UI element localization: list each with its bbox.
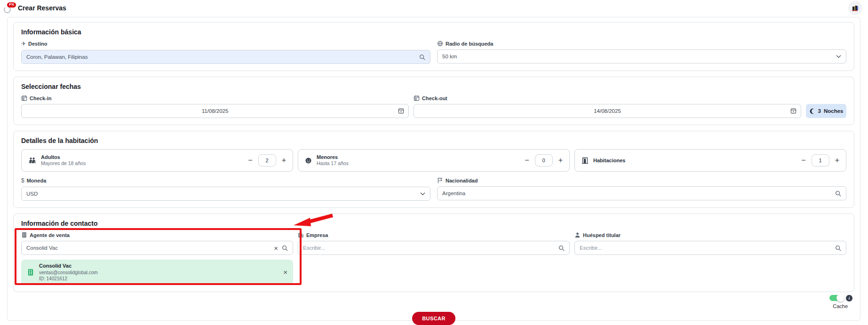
moon-icon [809, 108, 815, 114]
company-label-row: Empresa [298, 232, 570, 238]
building-icon [21, 232, 27, 238]
sales-agent-label: Agente de venta [30, 232, 70, 238]
radius-label-row: Radio de búsqueda [437, 40, 846, 47]
minors-label: Menores [317, 154, 349, 160]
selected-agent-id: ID: 14021612 [39, 276, 279, 282]
currency-value: USD [26, 191, 38, 197]
checkout-date-input[interactable]: 14/08/2025 [414, 104, 801, 118]
adults-count[interactable]: 2 [258, 154, 276, 166]
destination-input[interactable] [26, 54, 415, 60]
reservation-form-card: Información básica ✈ Destino [7, 17, 860, 321]
cache-control: i Cache [13, 295, 854, 309]
checkin-date-input[interactable]: 11/08/2025 [21, 104, 409, 118]
px-badge: PX [7, 2, 16, 8]
nights-label: Noches [824, 108, 844, 114]
cache-toggle[interactable] [829, 295, 844, 301]
rooms-minus-button[interactable]: − [801, 157, 805, 164]
search-submit-button[interactable]: BUSCAR [412, 312, 455, 325]
rooms-label: Habitaciones [593, 157, 625, 164]
adults-stepper: Adultos Mayores de 18 años − 2 + [21, 149, 293, 172]
guest-label: Huésped titular [583, 232, 621, 238]
guest-label-row: Huésped titular [574, 232, 846, 238]
page-title: Crear Reservas [18, 4, 66, 12]
calendar-picker-icon[interactable] [790, 108, 796, 114]
clear-icon[interactable]: × [274, 245, 278, 252]
minors-stepper: Menores Hasta 17 años − 0 + [298, 149, 570, 172]
nationality-label: Nacionalidad [446, 178, 478, 183]
room-details-title: Detalles de la habitación [21, 137, 846, 144]
minors-minus-button[interactable]: − [525, 157, 529, 164]
checkout-label: Check-out [422, 95, 447, 101]
info-icon[interactable]: i [846, 295, 852, 301]
radius-select[interactable]: 50 km [437, 49, 846, 63]
radius-label: Radio de búsqueda [446, 41, 493, 47]
basic-info-title: Información básica [21, 28, 846, 36]
company-icon [298, 232, 304, 238]
destination-input-box [21, 50, 430, 64]
sales-agent-input-box: × [21, 241, 293, 255]
guest-input[interactable] [580, 245, 831, 251]
rooms-count[interactable]: 1 [812, 154, 829, 166]
minors-count[interactable]: 0 [535, 154, 553, 166]
search-icon [282, 245, 288, 251]
rooms-stepper: Habitaciones − 1 + [574, 149, 846, 172]
child-icon [305, 157, 312, 164]
checkout-label-row: Check-out [414, 95, 801, 101]
plane-icon: ✈ [21, 40, 26, 47]
minors-sublabel: Hasta 17 años [317, 160, 349, 167]
checkin-label-row: Check-in [21, 95, 409, 101]
radius-value: 50 km [442, 54, 457, 59]
destination-label-row: ✈ Destino [21, 40, 430, 47]
company-input-box [298, 241, 570, 255]
section-room-details: Detalles de la habitación Adultos Mayore… [13, 131, 854, 208]
checkin-value: 11/08/2025 [202, 108, 229, 114]
nationality-input[interactable] [442, 190, 831, 196]
search-icon [419, 54, 425, 60]
sales-agent-input[interactable] [26, 245, 274, 251]
remove-agent-icon[interactable]: × [283, 269, 287, 276]
toggle-knob [836, 294, 844, 302]
flag-icon [437, 177, 443, 183]
currency-select[interactable]: USD [21, 187, 430, 201]
selected-agent-email: ventas@consolidglobal.com [39, 270, 279, 276]
chevron-down-icon [836, 55, 841, 58]
company-input[interactable] [303, 245, 555, 251]
person-icon [574, 232, 581, 238]
reports-shortcut-button[interactable] [848, 1, 862, 15]
chevron-down-icon [420, 192, 425, 196]
adults-label: Adultos [41, 154, 86, 160]
search-icon [835, 245, 841, 251]
door-icon [581, 157, 589, 164]
calendar-icon [414, 95, 420, 101]
app-logo-icon: PX [4, 2, 16, 14]
adults-sublabel: Mayores de 18 años [41, 160, 86, 167]
company-label: Empresa [306, 232, 328, 238]
nationality-label-row: Nacionalidad [437, 177, 846, 183]
sales-agent-label-row: Agente de venta [21, 232, 293, 238]
section-dates: Seleccionar fechas Check-in 11/08/2025 [13, 77, 854, 125]
selected-agent-card[interactable]: Consolid Vac ventas@consolidglobal.com I… [21, 260, 293, 285]
adults-icon [28, 157, 36, 164]
globe-icon [437, 40, 443, 47]
currency-label: Moneda [27, 178, 47, 183]
minors-plus-button[interactable]: + [558, 157, 563, 164]
building-icon [27, 269, 34, 276]
dollar-icon: $ [21, 177, 24, 184]
contact-info-title: Información de contacto [21, 220, 846, 227]
checkout-value: 14/08/2025 [594, 108, 621, 114]
titlebar: PX Crear Reservas [0, 0, 868, 15]
adults-minus-button[interactable]: − [248, 157, 252, 164]
nights-badge: 3 Noches [806, 104, 846, 118]
chart-icon [852, 5, 859, 11]
rooms-plus-button[interactable]: + [835, 157, 839, 164]
guest-input-box [574, 241, 846, 255]
section-contact-info: Información de contacto Agente de venta [13, 214, 854, 292]
section-basic-info: Información básica ✈ Destino [13, 22, 854, 71]
dates-title: Seleccionar fechas [21, 83, 846, 90]
calendar-icon [21, 95, 27, 101]
calendar-picker-icon[interactable] [398, 108, 404, 114]
adults-plus-button[interactable]: + [282, 157, 286, 164]
nationality-input-box [437, 186, 846, 200]
search-icon [835, 190, 841, 197]
destination-label: Destino [28, 41, 47, 47]
